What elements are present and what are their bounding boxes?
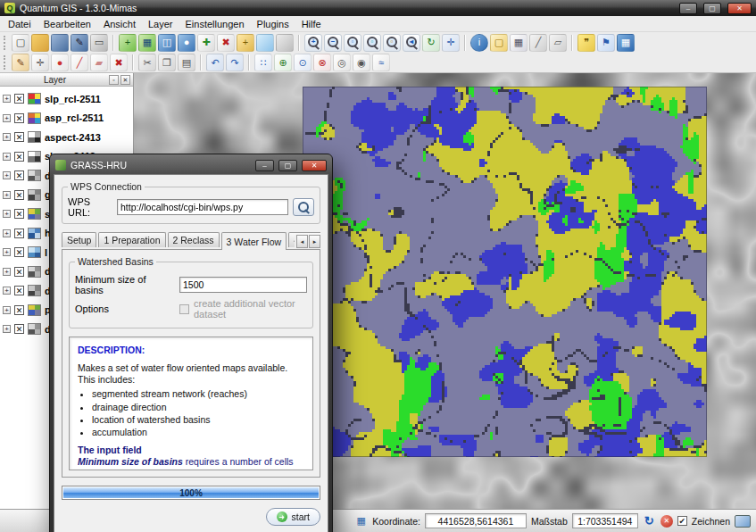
title-bar[interactable]: Q Quantum GIS - 1.3.0-Mimas – ▢ ✕ xyxy=(0,0,756,16)
scale-value[interactable]: 1:703351494 xyxy=(572,513,638,528)
select-features-icon[interactable]: ▢ xyxy=(490,34,508,52)
panel-close-icon[interactable]: ✕ xyxy=(120,75,130,85)
node-tool-icon[interactable]: ∷ xyxy=(254,54,272,71)
menu-item-plugins[interactable]: Plugins xyxy=(251,17,295,31)
zoom-to-layer-icon[interactable]: ▫ xyxy=(383,34,401,52)
capture-line-icon[interactable]: ╱ xyxy=(71,54,88,71)
toolbar-grip[interactable] xyxy=(4,36,7,50)
layer-row[interactable]: +✕aspect-2413 xyxy=(0,128,133,147)
minimize-button[interactable]: – xyxy=(679,3,697,14)
dialog-close-button[interactable]: ✕ xyxy=(302,160,327,171)
layer-checkbox[interactable]: ✕ xyxy=(14,209,24,219)
move-feature-icon[interactable]: ✛ xyxy=(31,54,49,71)
capture-polygon-icon[interactable]: ▰ xyxy=(90,54,108,71)
layer-checkbox[interactable]: ✕ xyxy=(14,132,24,142)
pan-map-icon[interactable]: ✛ xyxy=(442,34,460,52)
show-all-layers-icon[interactable] xyxy=(256,34,274,52)
add-island-icon[interactable]: ◉ xyxy=(353,54,370,71)
zoom-full-extent-icon[interactable]: ▫ xyxy=(344,34,361,52)
render-checkbox[interactable]: ✔ xyxy=(677,516,687,526)
layer-checkbox[interactable]: ✕ xyxy=(14,267,24,277)
dialog-maximize-button[interactable]: ▢ xyxy=(278,160,297,171)
add-wms-layer-icon[interactable]: ● xyxy=(178,34,195,52)
tab-2-reclass[interactable]: 2 Reclass xyxy=(168,232,220,247)
close-button[interactable]: ✕ xyxy=(727,3,752,14)
menu-item-einstellungen[interactable]: Einstellungen xyxy=(179,17,251,31)
layer-checkbox[interactable]: ✕ xyxy=(14,324,24,334)
stop-render-icon[interactable]: ✕ xyxy=(660,515,673,528)
expander-icon[interactable]: + xyxy=(3,268,11,276)
zoom-out-icon[interactable]: − xyxy=(324,34,342,52)
layer-checkbox[interactable]: ✕ xyxy=(14,305,24,315)
zoom-last-icon[interactable]: ◂ xyxy=(403,34,420,52)
capture-point-icon[interactable]: ● xyxy=(51,54,69,71)
paste-features-icon[interactable]: ▤ xyxy=(178,54,195,71)
expander-icon[interactable]: + xyxy=(3,171,11,179)
save-project-as-icon[interactable]: ✎ xyxy=(71,34,88,52)
expander-icon[interactable]: + xyxy=(3,133,11,141)
layer-checkbox[interactable]: ✕ xyxy=(14,229,24,238)
maximize-button[interactable]: ▢ xyxy=(703,3,721,14)
delete-selected-icon[interactable]: ✖ xyxy=(110,54,128,71)
measure-line-icon[interactable]: ╱ xyxy=(529,34,547,52)
zoom-to-selection-icon[interactable]: ▫ xyxy=(363,34,381,52)
show-bookmarks-icon[interactable]: ▦ xyxy=(617,34,635,52)
copy-features-icon[interactable]: ❐ xyxy=(158,54,176,71)
save-project-icon[interactable] xyxy=(51,34,69,52)
add-to-overview-icon[interactable]: + xyxy=(237,34,254,52)
toolbar-grip[interactable] xyxy=(4,55,7,70)
menu-item-layer[interactable]: Layer xyxy=(142,17,179,31)
coordinate-value[interactable]: 4416528,5614361 xyxy=(425,513,527,528)
refresh-map-icon[interactable]: ↻ xyxy=(643,514,656,528)
add-vector-layer-icon[interactable]: + xyxy=(119,34,137,52)
simplify-feature-icon[interactable]: ≈ xyxy=(372,54,390,71)
tab-1-preparation[interactable]: 1 Preparation xyxy=(98,232,165,247)
expander-icon[interactable]: + xyxy=(3,306,11,314)
expander-icon[interactable]: + xyxy=(3,229,11,237)
layer-row[interactable]: +✕slp_rcl-2511 xyxy=(0,89,133,109)
layer-checkbox[interactable]: ✕ xyxy=(14,113,24,123)
menu-item-ansicht[interactable]: Ansicht xyxy=(97,17,142,31)
layer-checkbox[interactable]: ✕ xyxy=(14,286,24,295)
redo-icon[interactable]: ↷ xyxy=(226,54,244,71)
panel-undock-icon[interactable]: ▫ xyxy=(109,75,119,85)
undo-icon[interactable]: ↶ xyxy=(206,54,224,71)
expander-icon[interactable]: + xyxy=(3,210,11,218)
remove-layer-icon[interactable]: ✖ xyxy=(217,34,235,52)
expander-icon[interactable]: + xyxy=(3,325,11,333)
open-attribute-table-icon[interactable]: ▦ xyxy=(510,34,528,52)
minimum-basin-size-input[interactable] xyxy=(179,277,307,293)
new-project-icon[interactable]: ▢ xyxy=(12,34,29,52)
open-project-icon[interactable] xyxy=(31,34,49,52)
tab-scroll-left-icon[interactable]: ◂ xyxy=(296,235,308,248)
map-tips-icon[interactable]: ❞ xyxy=(577,34,595,52)
new-vector-layer-icon[interactable]: ✚ xyxy=(197,34,215,52)
projection-icon[interactable] xyxy=(735,515,751,528)
mouse-position-icon[interactable]: ▦ xyxy=(354,514,368,528)
expander-icon[interactable]: + xyxy=(3,191,11,199)
move-vertex-icon[interactable]: ⊙ xyxy=(294,54,312,71)
hide-all-layers-icon[interactable] xyxy=(276,34,294,52)
dialog-minimize-button[interactable]: – xyxy=(255,160,274,171)
tab-setup[interactable]: Setup xyxy=(62,232,96,247)
menu-item-datei[interactable]: Datei xyxy=(2,17,37,31)
identify-features-icon[interactable]: i xyxy=(470,34,488,52)
delete-vertex-icon[interactable]: ⊗ xyxy=(313,54,331,71)
expander-icon[interactable]: + xyxy=(3,248,11,256)
tab-scroll-right-icon[interactable]: ▸ xyxy=(309,235,320,248)
menu-item-hilfe[interactable]: Hilfe xyxy=(295,17,328,31)
layer-row[interactable]: +✕asp_rcl-2511 xyxy=(0,109,133,129)
add-vertex-icon[interactable]: ⊕ xyxy=(274,54,292,71)
layer-checkbox[interactable]: ✕ xyxy=(14,190,24,200)
vector-dataset-checkbox[interactable] xyxy=(179,304,189,314)
wps-search-icon[interactable] xyxy=(293,198,314,216)
new-bookmark-icon[interactable]: ⚑ xyxy=(597,34,615,52)
dialog-title-bar[interactable]: GRASS-HRU – ▢ ✕ xyxy=(54,156,328,174)
zoom-in-icon[interactable]: + xyxy=(304,34,322,52)
cut-features-icon[interactable]: ✂ xyxy=(138,54,156,71)
expander-icon[interactable]: + xyxy=(3,153,11,161)
expander-icon[interactable]: + xyxy=(3,287,11,295)
toggle-editing-icon[interactable]: ✎ xyxy=(12,54,29,71)
print-composer-icon[interactable]: ▭ xyxy=(90,34,108,52)
add-postgis-layer-icon[interactable]: ◫ xyxy=(158,34,176,52)
